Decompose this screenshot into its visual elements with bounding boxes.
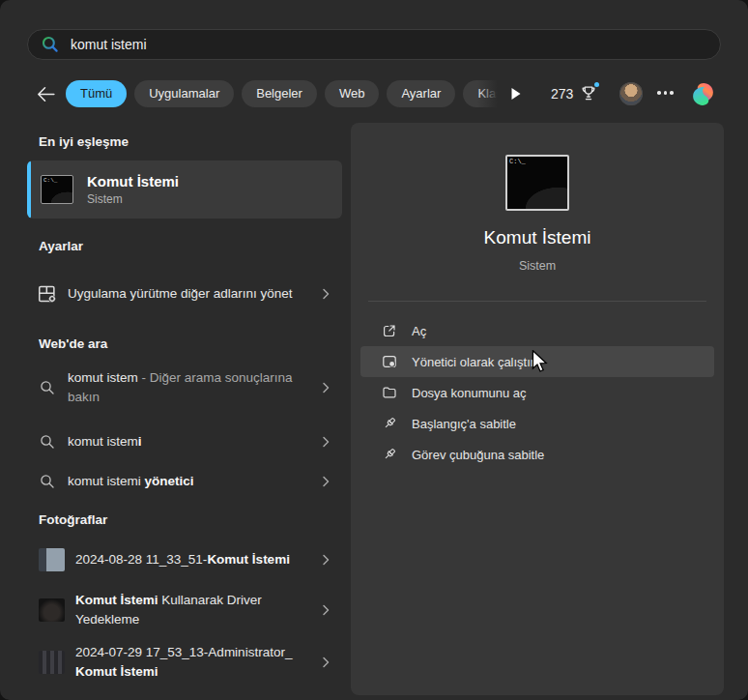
photo-result-3[interactable]: 2024-07-29 17_53_13-Administrator_ Komut… xyxy=(27,635,342,689)
section-photos-heading: Fotoğraflar xyxy=(39,512,107,527)
action-pin-to-taskbar[interactable]: Görev çubuğuna sabitle xyxy=(360,439,714,470)
tabs-scroll-right-button[interactable] xyxy=(506,84,526,103)
folder-icon xyxy=(380,385,399,400)
user-avatar[interactable] xyxy=(619,82,643,105)
tab-uygulamalar[interactable]: Uygulamalar xyxy=(134,80,234,107)
tab-klasorler[interactable]: Klasörler xyxy=(463,80,501,107)
pin-icon xyxy=(380,416,399,431)
photo-result-label: 2024-08-28 11_33_51-Komut İstemi xyxy=(75,550,319,569)
selection-accent-bar xyxy=(27,160,31,219)
action-label: Dosya konumunu aç xyxy=(412,386,527,400)
rewards-points: 273 xyxy=(551,86,573,102)
run-as-admin-icon xyxy=(380,354,399,369)
preview-pane: C:\_ Komut İstemi Sistem Aç Yönetici ola… xyxy=(351,123,724,695)
tab-web[interactable]: Web xyxy=(325,80,380,107)
chevron-right-icon xyxy=(319,475,332,488)
chevron-right-icon xyxy=(319,381,332,394)
photo-result-2[interactable]: Komut İstemi Kullanarak Driver Yedekleme xyxy=(27,583,342,637)
best-match-result[interactable]: C:\_ Komut İstemi Sistem xyxy=(27,160,342,219)
dot-icon xyxy=(657,91,661,95)
chevron-right-icon xyxy=(319,287,332,301)
rewards-notification-dot xyxy=(594,82,599,87)
best-match-text: Komut İstemi Sistem xyxy=(87,173,179,206)
command-prompt-icon: C:\_ xyxy=(41,175,73,204)
search-input[interactable] xyxy=(69,36,720,53)
web-suggestion-label: komut istem - Diğer arama sonuçlarına ba… xyxy=(68,368,319,407)
settings-result-app-aliases[interactable]: Uygulama yürütme diğer adlarını yönet xyxy=(27,269,342,319)
web-suggestion-label: komut istemi xyxy=(68,432,319,452)
rewards-button[interactable]: 273 xyxy=(551,84,597,102)
tab-belgeler[interactable]: Belgeler xyxy=(242,80,317,107)
section-best-match-heading: En iyi eşleşme xyxy=(39,134,129,149)
dot-icon xyxy=(664,91,668,95)
back-button[interactable] xyxy=(33,82,56,105)
action-pin-to-start[interactable]: Başlangıç'a sabitle xyxy=(360,408,714,439)
action-label: Görev çubuğuna sabitle xyxy=(412,448,544,462)
pin-icon xyxy=(380,447,399,462)
search-glass-icon xyxy=(27,473,68,490)
action-label: Yönetici olarak çalıştır xyxy=(412,355,534,369)
action-open-file-location[interactable]: Dosya konumunu aç xyxy=(360,377,714,408)
chevron-right-icon xyxy=(319,435,332,449)
command-prompt-icon-large: C:\_ xyxy=(505,155,569,211)
web-suggestion-3[interactable]: komut istemi yönetici xyxy=(27,465,342,498)
copilot-icon xyxy=(690,81,716,107)
tab-tumu[interactable]: Tümü xyxy=(66,80,127,107)
section-web-heading: Web'de ara xyxy=(39,336,107,351)
settings-result-label: Uygulama yürütme diğer adlarını yönet xyxy=(68,284,319,304)
screen: Tümü Uygulamalar Belgeler Web Ayarlar Kl… xyxy=(0,0,748,700)
chevron-right-icon xyxy=(319,603,332,617)
search-icon xyxy=(41,35,60,54)
action-label: Başlangıç'a sabitle xyxy=(412,417,516,431)
photo-result-label: 2024-07-29 17_53_13-Administrator_ Komut… xyxy=(75,643,319,682)
web-suggestion-label: komut istemi yönetici xyxy=(68,472,319,491)
best-match-title: Komut İstemi xyxy=(87,173,179,190)
web-suggestion-2[interactable]: komut istemi xyxy=(27,425,342,458)
web-suggestion-1[interactable]: komut istem - Diğer arama sonuçlarına ba… xyxy=(27,362,342,414)
chevron-right-icon xyxy=(319,656,332,669)
best-match-subtitle: Sistem xyxy=(87,192,179,206)
photo-result-label: Komut İstemi Kullanarak Driver Yedekleme xyxy=(75,591,319,629)
photo-result-1[interactable]: 2024-08-28 11_33_51-Komut İstemi xyxy=(27,540,342,580)
search-window: Tümü Uygulamalar Belgeler Web Ayarlar Kl… xyxy=(0,0,748,700)
more-options-button[interactable] xyxy=(657,91,674,95)
open-external-icon xyxy=(380,323,399,338)
photo-thumbnail xyxy=(27,598,75,622)
search-glass-icon xyxy=(27,433,68,451)
search-bar[interactable] xyxy=(27,29,721,60)
copilot-button[interactable] xyxy=(688,79,717,108)
photo-thumbnail xyxy=(27,548,75,571)
tab-ayarlar[interactable]: Ayarlar xyxy=(387,80,455,107)
chevron-right-icon xyxy=(319,553,332,567)
divider xyxy=(368,301,706,302)
action-open[interactable]: Aç xyxy=(360,315,714,346)
action-label: Aç xyxy=(412,324,426,338)
filter-tabs: Tümü Uygulamalar Belgeler Web Ayarlar Kl… xyxy=(66,80,501,108)
play-icon xyxy=(510,87,522,101)
app-aliases-icon xyxy=(27,283,68,305)
preview-title: Komut İstemi xyxy=(351,227,724,248)
search-glass-icon xyxy=(27,379,68,396)
section-settings-heading: Ayarlar xyxy=(39,239,83,253)
dot-icon xyxy=(670,91,674,95)
trophy-icon xyxy=(580,84,597,102)
action-run-as-admin[interactable]: Yönetici olarak çalıştır xyxy=(360,346,714,377)
preview-subtitle: Sistem xyxy=(351,259,724,273)
photo-thumbnail xyxy=(27,651,75,674)
back-arrow-icon xyxy=(35,84,55,104)
